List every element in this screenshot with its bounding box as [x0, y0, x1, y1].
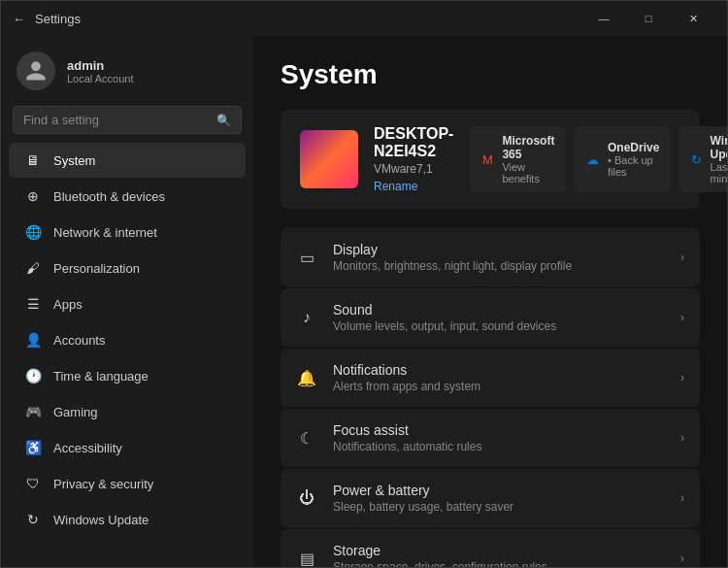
device-info: DESKTOP-N2EI4S2 VMware7,1 Rename: [374, 125, 453, 193]
quick-link-label-onedrive: OneDrive: [608, 141, 659, 154]
sidebar-item-gaming[interactable]: 🎮 Gaming: [9, 394, 246, 429]
user-subtitle: Local Account: [67, 73, 134, 84]
user-section: admin Local Account: [1, 36, 253, 102]
minimize-button[interactable]: —: [581, 1, 626, 36]
nav-icon-bluetooth: ⊕: [24, 187, 42, 205]
settings-icon-sound: ♪: [296, 307, 317, 328]
quick-link-sublabel-winupdate: Last checked: 6 minutes ago: [711, 161, 727, 184]
settings-title-sound: Sound: [333, 302, 665, 317]
window-title: Settings: [35, 12, 581, 26]
sidebar-item-update[interactable]: ↻ Windows Update: [9, 502, 246, 537]
title-bar: ← Settings — □ ✕: [1, 1, 727, 36]
content-area: System DESKTOP-N2EI4S2 VMware7,1 Rename …: [253, 36, 727, 567]
search-input[interactable]: [23, 113, 209, 127]
sidebar-item-apps[interactable]: ☰ Apps: [9, 286, 246, 321]
sidebar-item-personalization[interactable]: 🖌 Personalization: [9, 251, 246, 285]
settings-item-focus[interactable]: ☾ Focus assist Notifications, automatic …: [281, 409, 700, 467]
quick-link-icon-winupdate: ↻: [690, 149, 702, 170]
user-info: admin Local Account: [67, 58, 134, 84]
settings-icon-storage: ▤: [296, 548, 317, 567]
settings-title-display: Display: [333, 242, 665, 257]
settings-item-display[interactable]: ▭ Display Monitors, brightness, night li…: [281, 228, 700, 286]
settings-subtitle-power: Sleep, battery usage, battery saver: [333, 500, 665, 514]
back-button[interactable]: ←: [13, 12, 25, 26]
settings-subtitle-notifications: Alerts from apps and system: [333, 380, 665, 393]
settings-item-sound[interactable]: ♪ Sound Volume levels, output, input, so…: [281, 288, 700, 347]
sidebar-item-network[interactable]: 🌐 Network & internet: [9, 215, 246, 250]
settings-item-storage[interactable]: ▤ Storage Storage space, drives, configu…: [281, 529, 700, 567]
sidebar-item-privacy[interactable]: 🛡 Privacy & security: [9, 466, 246, 501]
sidebar-item-system[interactable]: 🖥 System: [9, 143, 246, 178]
device-thumbnail: [300, 130, 358, 188]
nav-label-accounts: Accounts: [53, 333, 105, 348]
settings-list: ▭ Display Monitors, brightness, night li…: [281, 228, 700, 567]
sidebar-nav: 🖥 System ⊕ Bluetooth & devices 🌐 Network…: [1, 142, 253, 559]
settings-icon-focus: ☾: [296, 427, 317, 449]
settings-title-power: Power & battery: [333, 483, 665, 498]
chevron-icon-notifications: ›: [680, 371, 684, 384]
nav-label-time: Time & language: [53, 369, 149, 384]
main-layout: admin Local Account 🔍 🖥 System ⊕ Bluetoo…: [1, 36, 727, 567]
search-icon: 🔍: [216, 114, 231, 127]
device-subtitle: VMware7,1: [374, 162, 453, 176]
settings-item-power[interactable]: ⏻ Power & battery Sleep, battery usage, …: [281, 469, 700, 527]
device-card: DESKTOP-N2EI4S2 VMware7,1 Rename M Micro…: [281, 110, 700, 209]
settings-subtitle-focus: Notifications, automatic rules: [333, 440, 665, 453]
quick-link-label-winupdate: Windows Update: [711, 134, 727, 161]
settings-icon-power: ⏻: [296, 487, 317, 509]
sidebar-item-bluetooth[interactable]: ⊕ Bluetooth & devices: [9, 179, 246, 214]
settings-title-storage: Storage: [333, 543, 665, 558]
window: ← Settings — □ ✕ admin Local Account: [0, 0, 728, 568]
settings-title-notifications: Notifications: [333, 362, 665, 378]
search-box[interactable]: 🔍: [13, 106, 242, 134]
nav-icon-gaming: 🎮: [24, 403, 42, 420]
close-button[interactable]: ✕: [671, 1, 715, 36]
nav-label-accessibility: Accessibility: [53, 441, 122, 455]
nav-label-bluetooth: Bluetooth & devices: [53, 189, 165, 204]
window-controls: — □ ✕: [581, 1, 715, 36]
nav-icon-update: ↻: [24, 511, 42, 528]
settings-item-notifications[interactable]: 🔔 Notifications Alerts from apps and sys…: [281, 349, 700, 407]
nav-label-system: System: [53, 153, 95, 168]
quick-link-icon-ms365: M: [480, 149, 494, 170]
nav-icon-privacy: 🛡: [24, 475, 42, 492]
nav-icon-time: 🕐: [24, 367, 42, 384]
sidebar: admin Local Account 🔍 🖥 System ⊕ Bluetoo…: [1, 36, 253, 567]
nav-label-network: Network & internet: [53, 225, 157, 240]
quick-link-sublabel-onedrive: • Back up files: [608, 154, 659, 178]
nav-label-personalization: Personalization: [53, 261, 140, 276]
nav-label-gaming: Gaming: [53, 405, 98, 419]
settings-icon-display: ▭: [296, 247, 317, 268]
nav-icon-accounts: 👤: [24, 331, 42, 349]
user-name: admin: [67, 58, 134, 73]
settings-subtitle-display: Monitors, brightness, night light, displ…: [333, 259, 665, 273]
sidebar-item-accounts[interactable]: 👤 Accounts: [9, 322, 246, 357]
chevron-icon-display: ›: [680, 251, 684, 264]
nav-icon-network: 🌐: [24, 223, 42, 241]
quick-link-icon-onedrive: ☁: [585, 149, 600, 170]
nav-label-update: Windows Update: [53, 513, 149, 527]
chevron-icon-power: ›: [680, 491, 684, 505]
quick-link-onedrive[interactable]: ☁ OneDrive • Back up files: [574, 126, 671, 192]
sidebar-item-time[interactable]: 🕐 Time & language: [9, 358, 246, 393]
sidebar-item-accessibility[interactable]: ♿ Accessibility: [9, 430, 246, 465]
chevron-icon-focus: ›: [680, 431, 684, 445]
maximize-button[interactable]: □: [626, 1, 671, 36]
quick-link-ms365[interactable]: M Microsoft 365 View benefits: [469, 126, 566, 192]
chevron-icon-sound: ›: [680, 311, 684, 324]
settings-subtitle-sound: Volume levels, output, input, sound devi…: [333, 319, 665, 333]
settings-icon-notifications: 🔔: [296, 367, 317, 388]
nav-icon-apps: ☰: [24, 295, 42, 313]
nav-icon-accessibility: ♿: [24, 439, 42, 456]
page-title: System: [281, 59, 700, 90]
nav-icon-system: 🖥: [24, 151, 42, 169]
quick-link-winupdate[interactable]: ↻ Windows Update Last checked: 6 minutes…: [678, 126, 727, 192]
quick-link-sublabel-ms365: View benefits: [502, 161, 554, 184]
quick-links: M Microsoft 365 View benefits ☁ OneDrive…: [469, 126, 727, 192]
nav-label-privacy: Privacy & security: [53, 477, 153, 491]
device-name: DESKTOP-N2EI4S2: [374, 125, 453, 160]
rename-link[interactable]: Rename: [374, 180, 453, 193]
nav-label-apps: Apps: [53, 297, 83, 312]
chevron-icon-storage: ›: [680, 551, 684, 565]
avatar: [17, 51, 55, 90]
